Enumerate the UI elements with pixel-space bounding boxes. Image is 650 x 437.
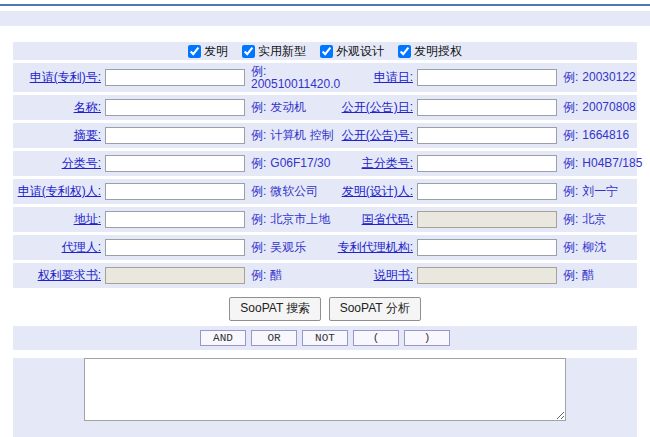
classification-example: 例:G06F17/30 (251, 157, 330, 170)
address-input[interactable] (105, 211, 245, 228)
address-example: 例:北京市上地 (251, 213, 330, 226)
agency-input[interactable] (417, 239, 557, 256)
publication-number-label-link[interactable]: 公开(公告)号: (325, 127, 413, 144)
province-code-input (417, 211, 557, 228)
soopat-search-button[interactable]: SooPAT 搜索 (229, 297, 321, 321)
publication-number-example: 例:1664816 (563, 129, 629, 142)
abstract-input[interactable] (105, 127, 245, 144)
field-application-number: 申请(专利)号: 例:200510011420.0 (13, 63, 325, 92)
not-operator-button[interactable]: NOT (302, 330, 348, 346)
application-date-example: 例:20030122 (563, 71, 636, 84)
field-publication-date: 公开(公告)日: 例:20070808 (325, 95, 637, 120)
field-title: 名称: 例:发动机 (13, 95, 325, 120)
header-bar (0, 11, 650, 26)
filter-invention-grant[interactable]: 发明授权 (398, 43, 462, 60)
publication-date-input[interactable] (417, 99, 557, 116)
classification-input[interactable] (105, 155, 245, 172)
inventor-example: 例:刘一宁 (563, 185, 618, 198)
main-classification-label-link[interactable]: 主分类号: (325, 155, 413, 172)
main-classification-example: 例:H04B7/185 (563, 157, 642, 170)
publication-date-label-link[interactable]: 公开(公告)日: (325, 99, 413, 116)
agent-input[interactable] (105, 239, 245, 256)
field-description: 说明书: 例:醋 (325, 263, 637, 288)
invention-checkbox[interactable] (188, 45, 201, 58)
patent-type-filter-row: 发明 实用新型 外观设计 发明授权 (13, 42, 637, 60)
province-code-label-link[interactable]: 国省代码: (325, 211, 413, 228)
design-checkbox[interactable] (320, 45, 333, 58)
title-label-link[interactable]: 名称: (13, 99, 101, 116)
filter-utility-model[interactable]: 实用新型 (242, 43, 306, 60)
field-applicant: 申请(专利权)人: 例:微软公司 (13, 179, 325, 204)
invention-grant-checkbox[interactable] (398, 45, 411, 58)
filter-design[interactable]: 外观设计 (320, 43, 384, 60)
claims-example: 例:醋 (251, 269, 282, 282)
filter-label: 发明授权 (414, 43, 462, 60)
filter-invention[interactable]: 发明 (188, 43, 228, 60)
agency-example: 例:柳沈 (563, 241, 606, 254)
agency-label-link[interactable]: 专利代理机构: (325, 239, 413, 256)
top-accent-line (0, 4, 650, 6)
application-number-label-link[interactable]: 申请(专利)号: (13, 69, 101, 86)
description-label-link[interactable]: 说明书: (325, 267, 413, 284)
field-main-classification: 主分类号: 例:H04B7/185 (325, 151, 637, 176)
applicant-input[interactable] (105, 183, 245, 200)
close-paren-button[interactable]: ) (404, 330, 450, 346)
field-agency: 专利代理机构: 例:柳沈 (325, 235, 637, 260)
filter-label: 发明 (204, 43, 228, 60)
abstract-example: 例:计算机 控制 (251, 129, 334, 142)
field-address: 地址: 例:北京市上地 (13, 207, 325, 232)
form-row: 地址: 例:北京市上地 国省代码: 例:北京 (13, 207, 637, 232)
field-claims: 权利要求书: 例:醋 (13, 263, 325, 288)
field-classification: 分类号: 例:G06F17/30 (13, 151, 325, 176)
inventor-label-link[interactable]: 发明(设计)人: (325, 183, 413, 200)
agent-label-link[interactable]: 代理人: (13, 239, 101, 256)
title-input[interactable] (105, 99, 245, 116)
application-date-label-link[interactable]: 申请日: (325, 69, 413, 86)
main-classification-input[interactable] (417, 155, 557, 172)
filter-label: 外观设计 (336, 43, 384, 60)
form-row: 代理人: 例:吴观乐 专利代理机构: 例:柳沈 (13, 235, 637, 260)
form-row: 权利要求书: 例:醋 说明书: 例:醋 (13, 263, 637, 288)
form-row: 申请(专利)号: 例:200510011420.0 申请日: 例:2003012… (13, 63, 637, 92)
action-button-row: SooPAT 搜索 SooPAT 分析 (13, 291, 637, 326)
field-agent: 代理人: 例:吴观乐 (13, 235, 325, 260)
query-panel (13, 358, 637, 437)
form-row: 申请(专利权)人: 例:微软公司 发明(设计)人: 例:刘一宁 (13, 179, 637, 204)
claims-label-link[interactable]: 权利要求书: (13, 267, 101, 284)
abstract-label-link[interactable]: 摘要: (13, 127, 101, 144)
application-number-input[interactable] (105, 69, 245, 86)
field-abstract: 摘要: 例:计算机 控制 (13, 123, 325, 148)
form-row: 摘要: 例:计算机 控制 公开(公告)号: 例:1664816 (13, 123, 637, 148)
and-operator-button[interactable]: AND (200, 330, 246, 346)
application-date-input[interactable] (417, 69, 557, 86)
field-province-code: 国省代码: 例:北京 (325, 207, 637, 232)
form-row: 名称: 例:发动机 公开(公告)日: 例:20070808 (13, 95, 637, 120)
province-code-example: 例:北京 (563, 213, 606, 226)
publication-number-input[interactable] (417, 127, 557, 144)
inventor-input[interactable] (417, 183, 557, 200)
description-example: 例:醋 (563, 269, 594, 282)
query-textarea[interactable] (84, 358, 566, 421)
address-label-link[interactable]: 地址: (13, 211, 101, 228)
soopat-analyze-button[interactable]: SooPAT 分析 (329, 297, 421, 321)
open-paren-button[interactable]: ( (353, 330, 399, 346)
agent-example: 例:吴观乐 (251, 241, 306, 254)
applicant-example: 例:微软公司 (251, 185, 318, 198)
classification-label-link[interactable]: 分类号: (13, 155, 101, 172)
or-operator-button[interactable]: OR (251, 330, 297, 346)
title-example: 例:发动机 (251, 101, 306, 114)
applicant-label-link[interactable]: 申请(专利权)人: (13, 183, 101, 200)
search-form: 发明 实用新型 外观设计 发明授权 申请(专利)号: 例:20051001142… (13, 42, 637, 437)
description-input (417, 267, 557, 284)
field-application-date: 申请日: 例:20030122 (325, 63, 637, 92)
claims-input (105, 267, 245, 284)
filter-label: 实用新型 (258, 43, 306, 60)
utility-model-checkbox[interactable] (242, 45, 255, 58)
field-publication-number: 公开(公告)号: 例:1664816 (325, 123, 637, 148)
publication-date-example: 例:20070808 (563, 101, 636, 114)
operator-button-row: AND OR NOT ( ) (13, 326, 637, 350)
form-row: 分类号: 例:G06F17/30 主分类号: 例:H04B7/185 (13, 151, 637, 176)
field-inventor: 发明(设计)人: 例:刘一宁 (325, 179, 637, 204)
